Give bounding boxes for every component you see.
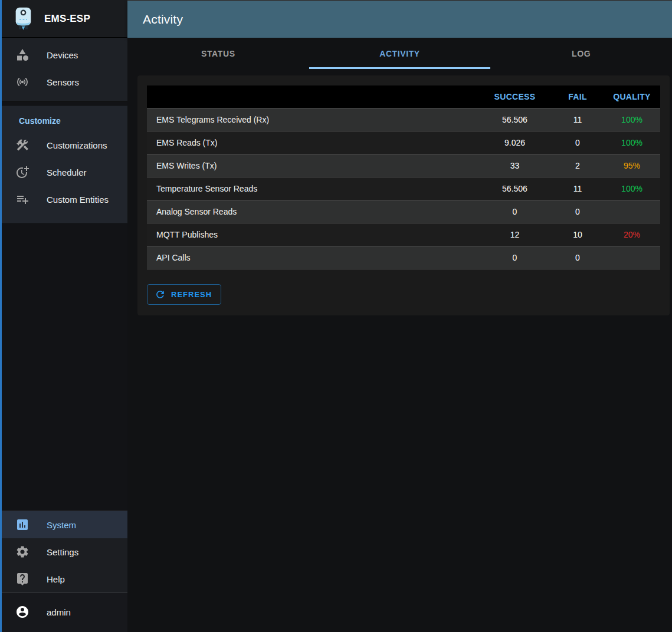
success-value: 12 [478, 223, 552, 246]
playlist-add-icon [15, 192, 29, 206]
success-value: 0 [478, 246, 552, 269]
column-header-name [147, 85, 478, 108]
quality-value [604, 246, 660, 269]
clock-plus-icon [15, 165, 29, 179]
metric-label: EMS Telegrams Received (Rx) [147, 108, 478, 131]
activity-card: SUCCESS FAIL QUALITY EMS Telegrams Recei… [137, 75, 670, 315]
gear-icon [15, 545, 29, 559]
success-value: 9.026 [478, 131, 552, 154]
tab-activity[interactable]: ACTIVITY [309, 38, 491, 69]
quality-value: 100% [604, 108, 660, 131]
content-area: SUCCESS FAIL QUALITY EMS Telegrams Recei… [127, 69, 672, 632]
app-name: EMS-ESP [44, 13, 90, 25]
table-row: Analog Sensor Reads 0 0 [147, 200, 660, 223]
table-header-row: SUCCESS FAIL QUALITY [147, 85, 660, 108]
sidebar-item-help[interactable]: Help [0, 565, 127, 592]
fail-value: 0 [552, 246, 604, 269]
sidebar-main-nav: Devices Sensors [0, 38, 127, 102]
metric-label: EMS Reads (Tx) [147, 131, 478, 154]
bar-chart-icon [15, 518, 29, 532]
quality-value [604, 200, 660, 223]
tab-status[interactable]: STATUS [127, 38, 309, 69]
sidebar-item-settings[interactable]: Settings [0, 538, 127, 565]
sidebar-item-label: System [47, 520, 76, 530]
metric-label: MQTT Publishes [147, 223, 478, 246]
customize-section-label: Customize [19, 116, 127, 126]
sidebar-item-admin[interactable]: admin [0, 598, 127, 626]
app-bar: Activity [127, 0, 672, 38]
success-value: 33 [478, 154, 552, 177]
refresh-button[interactable]: REFRESH [147, 284, 221, 305]
table-row: Temperature Sensor Reads 56.506 11 100% [147, 177, 660, 200]
sidebar-item-sensors[interactable]: Sensors [0, 68, 127, 96]
sidebar: EMS-ESP Devices Sensors [0, 0, 127, 632]
sidebar-customize-section: Customize Customizations Scheduler Custo… [0, 105, 127, 224]
sidebar-item-label: Settings [47, 547, 78, 557]
sidebar-user-label: admin [47, 607, 71, 617]
success-value: 56.506 [478, 177, 552, 200]
column-header-quality: QUALITY [604, 85, 660, 108]
success-value: 0 [478, 200, 552, 223]
window-edge-artifact [0, 0, 2, 632]
sensors-icon [15, 75, 29, 89]
metric-label: EMS Writes (Tx) [147, 154, 478, 177]
main-area: Activity STATUS ACTIVITY LOG SUCCESS FAI… [127, 0, 672, 632]
sidebar-item-customizations[interactable]: Customizations [0, 131, 127, 159]
fail-value: 11 [552, 177, 604, 200]
fail-value: 10 [552, 223, 604, 246]
table-row: API Calls 0 0 [147, 246, 660, 269]
success-value: 56.506 [478, 108, 552, 131]
fail-value: 2 [552, 154, 604, 177]
metric-label: Temperature Sensor Reads [147, 177, 478, 200]
table-row: EMS Writes (Tx) 33 2 95% [147, 154, 660, 177]
column-header-success: SUCCESS [478, 85, 552, 108]
quality-value: 95% [604, 154, 660, 177]
metric-label: API Calls [147, 246, 478, 269]
app-logo-header: EMS-ESP [0, 0, 127, 38]
fail-value: 0 [552, 131, 604, 154]
sidebar-item-scheduler[interactable]: Scheduler [0, 159, 127, 186]
sidebar-item-custom-entities[interactable]: Custom Entities [0, 186, 127, 213]
fail-value: 0 [552, 200, 604, 223]
sidebar-item-devices[interactable]: Devices [0, 41, 127, 68]
sidebar-spacer [0, 224, 127, 511]
sidebar-bottom-nav: System Settings Help [0, 511, 127, 592]
sidebar-item-system[interactable]: System [0, 511, 127, 538]
construction-icon [15, 138, 29, 152]
sidebar-item-label: Custom Entities [47, 195, 109, 205]
refresh-icon [155, 289, 166, 300]
tab-log[interactable]: LOG [490, 38, 672, 69]
category-icon [15, 48, 29, 62]
sidebar-item-label: Scheduler [47, 167, 87, 177]
column-header-fail: FAIL [552, 85, 604, 108]
metric-label: Analog Sensor Reads [147, 200, 478, 223]
boiler-logo-icon [14, 6, 33, 31]
help-icon [15, 572, 29, 586]
fail-value: 11 [552, 108, 604, 131]
activity-table: SUCCESS FAIL QUALITY EMS Telegrams Recei… [147, 85, 660, 269]
table-row: EMS Reads (Tx) 9.026 0 100% [147, 131, 660, 154]
sidebar-item-label: Sensors [47, 77, 79, 87]
refresh-button-label: REFRESH [171, 290, 212, 299]
account-circle-icon [15, 605, 29, 619]
tab-bar: STATUS ACTIVITY LOG [127, 38, 672, 69]
page-title: Activity [143, 12, 183, 27]
sidebar-item-label: Help [47, 574, 65, 584]
quality-value: 100% [604, 177, 660, 200]
table-row: MQTT Publishes 12 10 20% [147, 223, 660, 246]
ems-esp-app-window: EMS-ESP Devices Sensors [0, 0, 672, 632]
sidebar-user-section: admin [0, 592, 127, 632]
sidebar-item-label: Customizations [47, 140, 107, 150]
quality-value: 20% [604, 223, 660, 246]
table-row: EMS Telegrams Received (Rx) 56.506 11 10… [147, 108, 660, 131]
sidebar-item-label: Devices [47, 50, 78, 60]
quality-value: 100% [604, 131, 660, 154]
